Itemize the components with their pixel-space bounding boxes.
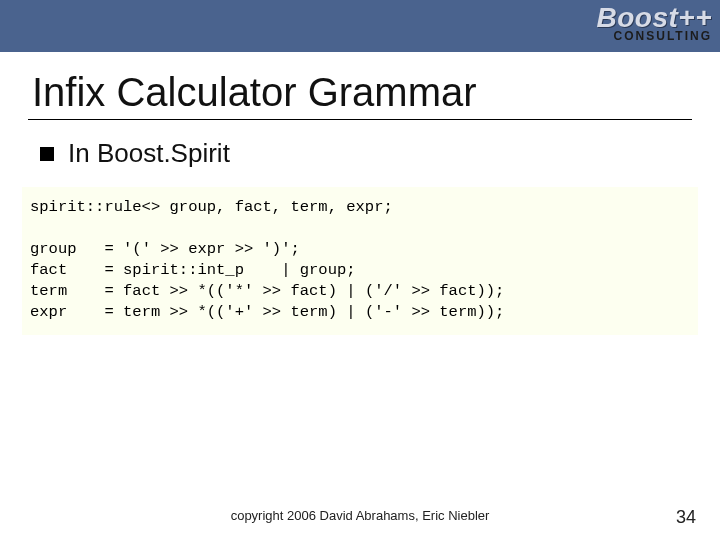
code-rule-rhs: = term >> *(('+' >> term) | ('-' >> term… [104,303,504,321]
copyright-text: copyright 2006 David Abrahams, Eric Nieb… [231,508,490,523]
logo: Boost++ CONSULTING [596,4,712,42]
code-rule-rhs: = fact >> *(('*' >> fact) | ('/' >> fact… [104,282,504,300]
code-decl: spirit::rule<> group, fact, term, expr; [30,198,393,216]
code-rule-name: term [30,282,67,300]
code-rule-rhs: = spirit::int_p | group; [104,261,355,279]
code-rule-name: fact [30,261,67,279]
subtitle-text: In Boost.Spirit [68,138,230,169]
footer: copyright 2006 David Abrahams, Eric Nieb… [0,506,720,524]
page-number: 34 [676,507,696,528]
subtitle-row: In Boost.Spirit [40,138,720,169]
code-rule-name: expr [30,303,67,321]
logo-sub: CONSULTING [596,30,712,42]
title-rule [28,119,692,120]
code-block: spirit::rule<> group, fact, term, expr; … [22,187,698,335]
top-bar: Boost++ CONSULTING [0,0,720,52]
code-rule-rhs: = '(' >> expr >> ')'; [104,240,299,258]
page-title: Infix Calculator Grammar [32,70,720,115]
code-rule-name: group [30,240,77,258]
bullet-icon [40,147,54,161]
